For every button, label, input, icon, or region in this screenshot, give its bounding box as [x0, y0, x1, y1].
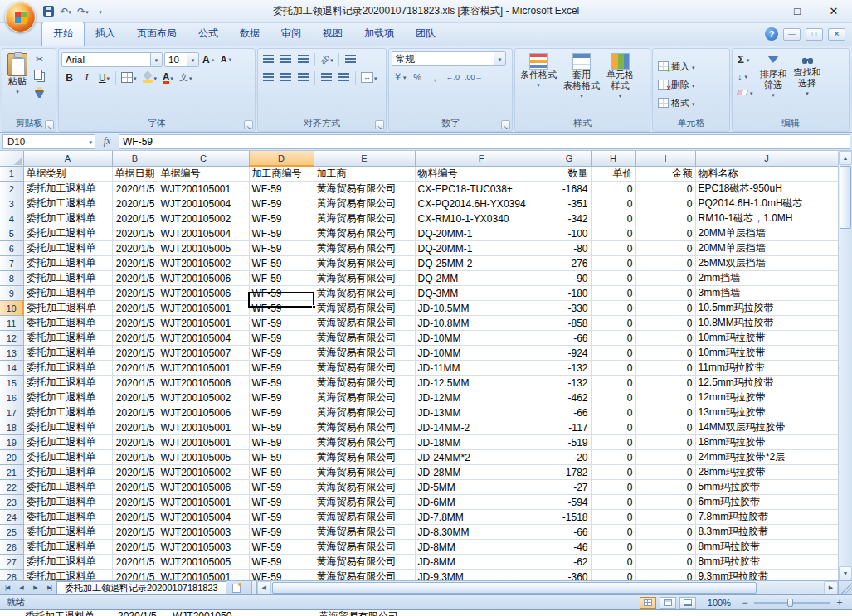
- cell-D5[interactable]: WF-59: [249, 226, 314, 241]
- tab-insert[interactable]: 插入: [85, 22, 126, 46]
- cell-I10[interactable]: 0: [635, 301, 695, 316]
- cell-G19[interactable]: -519: [548, 435, 591, 450]
- cell-H28[interactable]: 0: [591, 570, 635, 581]
- cell-B23[interactable]: 2020/1/5: [112, 495, 158, 510]
- cell-G8[interactable]: -90: [548, 271, 591, 286]
- cell-H21[interactable]: 0: [591, 465, 635, 480]
- cell-C9[interactable]: WJT200105006: [158, 286, 249, 301]
- scroll-left-button[interactable]: ◀: [257, 581, 271, 594]
- cell-D17[interactable]: WF-59: [249, 405, 314, 420]
- row-header-24[interactable]: 24: [0, 510, 23, 525]
- font-size-dropdown[interactable]: [187, 53, 198, 66]
- cell-A28[interactable]: 委托加工退料单: [23, 570, 112, 581]
- scroll-right-button[interactable]: ▶: [824, 581, 838, 594]
- format-painter-button[interactable]: [32, 85, 47, 100]
- cell-G15[interactable]: -132: [548, 376, 591, 390]
- cell-C14[interactable]: WJT200105001: [158, 361, 249, 376]
- row-header-25[interactable]: 25: [0, 525, 23, 540]
- format-cells-button[interactable]: 格式: [655, 95, 727, 111]
- cell-A23[interactable]: 委托加工退料单: [23, 495, 112, 510]
- cell-A19[interactable]: 委托加工退料单: [23, 435, 112, 450]
- cell-I2[interactable]: 0: [635, 182, 695, 196]
- cell-E5[interactable]: 黄海贸易有限公司: [314, 226, 415, 241]
- font-name-dropdown[interactable]: [150, 53, 162, 66]
- row-header-20[interactable]: 20: [0, 450, 23, 465]
- font-color-button[interactable]: A: [160, 70, 176, 85]
- row-header-12[interactable]: 12: [0, 331, 23, 346]
- cell-H3[interactable]: 0: [591, 196, 635, 211]
- align-left-button[interactable]: [260, 70, 276, 85]
- vertical-scroll-thumb[interactable]: [840, 166, 851, 229]
- row-header-28[interactable]: 28: [0, 570, 23, 581]
- align-right-button[interactable]: [295, 70, 311, 85]
- top-align-button[interactable]: [260, 51, 276, 67]
- cell-B6[interactable]: 2020/1/5: [112, 241, 158, 256]
- row-header-2[interactable]: 2: [0, 182, 23, 196]
- cell-J20[interactable]: 24mm玛拉胶带*2层: [695, 450, 838, 465]
- number-format-combo[interactable]: 常规: [392, 51, 506, 66]
- tab-data[interactable]: 数据: [229, 22, 270, 46]
- office-button[interactable]: [5, 2, 36, 32]
- cell-G1[interactable]: 数量: [548, 166, 591, 182]
- cell-G23[interactable]: -594: [548, 495, 591, 510]
- row-header-9[interactable]: 9: [0, 286, 23, 301]
- cell-F9[interactable]: DQ-3MM: [415, 286, 548, 301]
- cell-E18[interactable]: 黄海贸易有限公司: [314, 420, 415, 435]
- cell-I8[interactable]: 0: [635, 271, 695, 286]
- cell-C10[interactable]: WJT200105001: [158, 301, 249, 316]
- cell-H17[interactable]: 0: [591, 405, 635, 420]
- cell-J17[interactable]: 13mm玛拉胶带: [695, 405, 838, 420]
- cell-F12[interactable]: JD-10MM: [415, 331, 548, 346]
- name-box-dropdown-icon[interactable]: [89, 138, 92, 145]
- vertical-scroll-track[interactable]: [839, 165, 852, 566]
- cell-styles-button[interactable]: 单元格 样式: [604, 51, 636, 100]
- cell-E27[interactable]: 黄海贸易有限公司: [314, 555, 415, 570]
- cell-D25[interactable]: WF-59: [249, 525, 314, 540]
- cell-F18[interactable]: JD-14MM-2: [415, 420, 548, 435]
- cell-G16[interactable]: -462: [548, 390, 591, 405]
- cell-E2[interactable]: 黄海贸易有限公司: [314, 182, 415, 196]
- column-header-J[interactable]: J: [695, 151, 838, 166]
- scroll-up-button[interactable]: ▲: [839, 151, 852, 165]
- cell-B27[interactable]: 2020/1/5: [112, 555, 158, 570]
- zoom-slider-thumb[interactable]: [787, 599, 793, 607]
- cell-B20[interactable]: 2020/1/5: [112, 450, 158, 465]
- cell-B10[interactable]: 2020/1/5: [112, 301, 158, 316]
- cell-C17[interactable]: WJT200105006: [158, 405, 249, 420]
- cell-B24[interactable]: 2020/1/5: [112, 510, 158, 525]
- fill-button[interactable]: ↓: [735, 68, 756, 84]
- cell-F1[interactable]: 物料编号: [415, 166, 548, 182]
- cell-E28[interactable]: 黄海贸易有限公司: [314, 570, 415, 581]
- cell-C18[interactable]: WJT200105001: [158, 420, 249, 435]
- tab-home[interactable]: 开始: [41, 22, 85, 46]
- cell-C27[interactable]: WJT200105005: [158, 555, 249, 570]
- cell-D10[interactable]: WF-59: [249, 301, 314, 316]
- cell-I24[interactable]: 0: [635, 510, 695, 525]
- cell-D19[interactable]: WF-59: [249, 435, 314, 450]
- row-header-1[interactable]: 1: [0, 166, 23, 182]
- cell-B21[interactable]: 2020/1/5: [112, 465, 158, 480]
- cell-H14[interactable]: 0: [591, 361, 635, 376]
- customize-qat-button[interactable]: [94, 4, 107, 19]
- cell-E22[interactable]: 黄海贸易有限公司: [314, 480, 415, 495]
- cell-C2[interactable]: WJT200105001: [158, 182, 249, 196]
- cell-F7[interactable]: DQ-25MM-2: [415, 256, 548, 271]
- horizontal-scroll-track[interactable]: [271, 581, 824, 594]
- cell-J23[interactable]: 6mm玛拉胶带: [695, 495, 838, 510]
- cell-D24[interactable]: WF-59: [249, 510, 314, 525]
- undo-button[interactable]: ↶: [59, 4, 72, 19]
- cell-J14[interactable]: 11mm玛拉胶带: [695, 361, 838, 376]
- cell-D23[interactable]: WF-59: [249, 495, 314, 510]
- cell-B26[interactable]: 2020/1/5: [112, 540, 158, 555]
- row-header-27[interactable]: 27: [0, 555, 23, 570]
- cell-J26[interactable]: 8mm玛拉胶带: [695, 540, 838, 555]
- align-center-button[interactable]: [278, 70, 294, 85]
- cell-G25[interactable]: -66: [548, 525, 591, 540]
- cell-G11[interactable]: -858: [548, 316, 591, 331]
- zoom-out-button[interactable]: −: [739, 597, 751, 609]
- row-header-16[interactable]: 16: [0, 390, 23, 405]
- cell-F25[interactable]: JD-8.30MM: [415, 525, 548, 540]
- phonetic-guide-button[interactable]: 文: [178, 70, 194, 85]
- cell-F5[interactable]: DQ-20MM-1: [415, 226, 548, 241]
- cell-A5[interactable]: 委托加工退料单: [23, 226, 112, 241]
